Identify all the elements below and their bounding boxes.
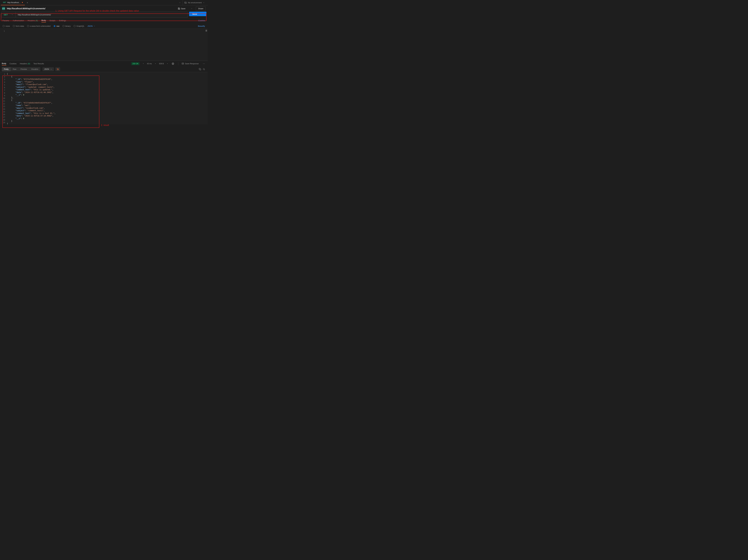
resp-tab-cookies[interactable]: Cookies <box>9 63 17 65</box>
save-to-file-icon <box>182 63 184 65</box>
resp-tab-body[interactable]: Body <box>2 62 6 66</box>
view-preview[interactable]: Preview <box>18 67 29 71</box>
tab-headers[interactable]: Headers (6) <box>28 20 38 22</box>
save-response-label: Save Response <box>185 63 199 65</box>
svg-line-3 <box>185 2 186 3</box>
tab-scripts[interactable]: Scripts <box>49 20 55 22</box>
gutter-line-1: 1 <box>0 30 5 32</box>
url-input[interactable] <box>16 12 188 18</box>
new-tab-button[interactable] <box>25 0 30 5</box>
tab-settings[interactable]: Settings <box>59 20 66 22</box>
radio-none-label: none <box>5 25 10 27</box>
http-badge-icon: HTTP <box>2 7 5 10</box>
save-icon <box>178 7 180 10</box>
radio-binary[interactable]: binary <box>63 25 71 27</box>
no-environment-icon <box>184 1 187 4</box>
radio-raw-label: raw <box>56 25 60 27</box>
tab-params[interactable]: Params <box>2 20 9 22</box>
status-badge: 200 OK <box>131 62 140 65</box>
resp-tab-headers-count: (8) <box>28 63 30 65</box>
body-type-radios: none form-data x-www-form-urlencoded raw… <box>1 23 207 29</box>
tab-method-badge: GET <box>3 2 6 3</box>
resp-tab-headers[interactable]: Headers (8) <box>20 63 30 65</box>
environment-label: No environment <box>188 1 202 4</box>
wrap-lines-button[interactable] <box>55 67 60 71</box>
response-view-controls: Pretty Raw Preview Visualize JSON <box>0 66 208 72</box>
svg-rect-12 <box>200 69 201 70</box>
radio-icon <box>53 25 55 27</box>
separator-dot: • <box>155 63 156 65</box>
view-visualize[interactable]: Visualize <box>29 67 40 71</box>
radio-raw[interactable]: raw <box>53 25 60 27</box>
globe-icon <box>172 63 174 65</box>
resp-tab-test-results[interactable]: Test Results <box>33 63 44 65</box>
radio-formdata-label: form-data <box>16 25 24 27</box>
response-format-label: JSON <box>44 68 49 70</box>
url-row: GET Send <box>1 12 207 18</box>
radio-icon <box>63 25 65 27</box>
unsaved-dot-icon <box>22 2 23 3</box>
environment-selector[interactable]: No environment <box>183 0 206 5</box>
response-tabs: Body Cookies Headers (8) Test Results 20… <box>0 61 208 66</box>
radio-xwww[interactable]: x-www-form-urlencoded <box>27 25 51 27</box>
svg-rect-6 <box>182 63 184 64</box>
plus-icon <box>26 2 28 4</box>
network-icon-button[interactable] <box>171 62 175 66</box>
beautify-button[interactable]: Beautify <box>198 25 205 27</box>
method-selector[interactable]: GET <box>1 12 16 18</box>
save-response-button[interactable]: Save Response <box>182 63 199 65</box>
body-language-label: JSON <box>87 25 93 27</box>
more-actions-button[interactable] <box>202 62 206 66</box>
send-dropdown-button[interactable] <box>200 12 207 16</box>
tab-strip: GET http://localhost:8000/ap No environm… <box>0 0 208 5</box>
radio-none[interactable]: none <box>3 25 10 27</box>
radio-icon <box>13 25 15 27</box>
chevron-down-icon <box>191 8 192 9</box>
copy-icon <box>199 68 201 70</box>
separator-dot: • <box>143 63 144 65</box>
resp-tab-headers-label: Headers <box>20 63 27 65</box>
radio-xwww-label: x-www-form-urlencoded <box>30 25 51 27</box>
share-label: Share <box>198 7 203 10</box>
svg-line-14 <box>204 70 205 70</box>
response-code[interactable]: [ { "_id": "6727a703b348d55dd2970149", "… <box>7 72 55 124</box>
radio-binary-label: binary <box>65 25 71 27</box>
view-mode-segment: Pretty Raw Preview Visualize <box>2 67 40 71</box>
response-time: 43 ms <box>147 63 152 65</box>
tab-authorization[interactable]: Authorization <box>13 20 24 22</box>
tab-overflow-button[interactable] <box>178 1 182 5</box>
view-pretty[interactable]: Pretty <box>2 67 10 71</box>
request-title-row: HTTP http://localhost:8000/api/v1/commen… <box>0 5 208 12</box>
radio-form-data[interactable]: form-data <box>13 25 24 27</box>
method-value: GET <box>4 14 8 16</box>
request-tab[interactable]: GET http://localhost:8000/ap <box>1 0 25 5</box>
editor-code[interactable] <box>6 29 208 61</box>
chevron-down-icon <box>179 2 181 4</box>
editor-gutter: 1 <box>0 29 6 61</box>
radio-icon <box>27 25 29 27</box>
chevron-down-icon <box>203 2 205 4</box>
view-raw[interactable]: Raw <box>10 67 18 71</box>
cookies-link[interactable]: Cookies <box>198 20 205 22</box>
send-button[interactable]: Send <box>189 12 200 16</box>
chevron-down-icon <box>93 25 95 27</box>
save-dropdown-button[interactable] <box>189 6 194 11</box>
request-name[interactable]: http://localhost:8000/api/v1/comments/ <box>7 7 45 10</box>
response-format-selector[interactable]: JSON <box>43 67 54 71</box>
save-label: Save <box>181 7 186 10</box>
request-tabs: Params Authorization Headers (6) Body Sc… <box>1 18 207 23</box>
radio-graphql[interactable]: GraphQL <box>74 25 85 27</box>
save-button[interactable]: Save <box>176 6 188 11</box>
chevron-down-icon <box>11 14 13 16</box>
chevron-down-icon <box>50 68 52 70</box>
search-response-button[interactable] <box>202 67 206 71</box>
tab-body[interactable]: Body <box>42 19 46 22</box>
response-body-viewer[interactable]: 1234567891011121314151617181920 [ { "_id… <box>0 72 208 124</box>
copy-response-button[interactable] <box>198 67 202 71</box>
body-language-selector[interactable]: JSON <box>87 25 95 27</box>
request-section: GET Send Params Authorization Headers (6… <box>0 12 208 29</box>
share-button[interactable]: Share <box>196 6 206 11</box>
tab-headers-count: (6) <box>36 20 38 22</box>
more-horizontal-icon <box>203 63 205 65</box>
request-body-editor[interactable]: 1 <box>0 29 208 61</box>
